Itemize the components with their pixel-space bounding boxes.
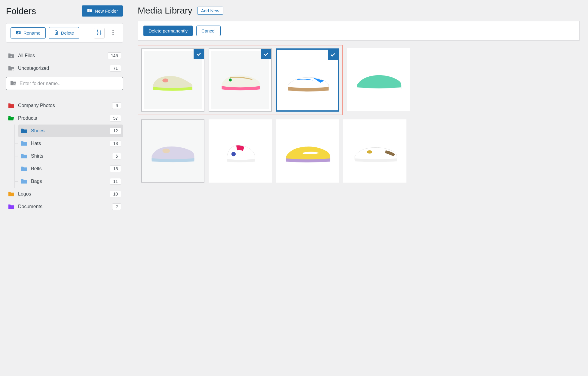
folder-label: Shirts — [31, 153, 43, 159]
rename-button[interactable]: Rename — [11, 27, 46, 39]
all-files-label: All Files — [18, 53, 35, 58]
home-folder-icon — [8, 53, 14, 58]
folder-icon — [8, 103, 14, 108]
sort-az-icon — [96, 29, 102, 36]
folder-count: 6 — [112, 153, 121, 159]
uncategorized-count: 71 — [110, 65, 121, 72]
products-children: Shoes 12 Hats 13 Shirts 6 — [14, 125, 123, 188]
shoe-thumbnail-icon — [282, 65, 333, 96]
folder-logos[interactable]: Logos 10 — [6, 188, 123, 200]
folder-label: Documents — [18, 204, 42, 209]
svg-point-9 — [229, 79, 232, 82]
media-item[interactable] — [141, 119, 204, 183]
folder-label: Products — [18, 116, 37, 121]
delete-permanently-label: Delete permanently — [149, 28, 188, 33]
svg-point-3 — [112, 32, 114, 33]
uncategorized-row[interactable]: ! Uncategorized 71 — [6, 62, 123, 75]
folder-count: 15 — [110, 165, 121, 172]
folder-icon — [21, 153, 27, 159]
folder-label: Company Photos — [18, 103, 55, 108]
new-folder-button[interactable]: New Folder — [82, 5, 123, 17]
delete-folder-button[interactable]: Delete — [49, 27, 79, 39]
shoe-thumbnail-icon — [281, 135, 335, 167]
media-item[interactable] — [276, 48, 339, 112]
folder-count: 10 — [110, 191, 121, 197]
folders-sidebar: Folders New Folder Rename Delete — [0, 0, 129, 376]
folder-icon — [21, 166, 27, 171]
folder-label: Shoes — [31, 128, 44, 134]
sort-button[interactable] — [94, 28, 105, 39]
folder-documents[interactable]: Documents 2 — [6, 200, 123, 213]
new-folder-label: New Folder — [95, 8, 118, 14]
check-icon — [261, 49, 271, 59]
media-item[interactable] — [276, 119, 339, 183]
delete-permanently-button[interactable]: Delete permanently — [143, 26, 193, 36]
folder-search[interactable] — [6, 77, 123, 90]
uncategorized-label: Uncategorized — [18, 66, 49, 71]
pencil-folder-icon — [16, 30, 21, 36]
folders-title: Folders — [6, 6, 36, 16]
cancel-button[interactable]: Cancel — [196, 26, 221, 36]
folder-shoes[interactable]: Shoes 12 — [18, 125, 123, 137]
folder-products[interactable]: Products 57 — [6, 112, 123, 125]
search-folder-icon — [10, 80, 17, 87]
add-new-label: Add New — [201, 8, 219, 13]
folder-bags[interactable]: Bags 11 — [18, 175, 123, 188]
selection-highlight — [138, 45, 343, 115]
check-icon — [194, 49, 204, 59]
folder-plus-icon — [87, 8, 92, 14]
folder-open-icon — [8, 116, 14, 121]
folder-label: Logos — [18, 191, 31, 197]
folder-count: 12 — [110, 128, 121, 134]
folder-count: 11 — [110, 178, 121, 185]
media-item[interactable] — [343, 119, 406, 183]
folder-label: Belts — [31, 166, 42, 171]
media-item[interactable] — [141, 48, 204, 112]
svg-point-8 — [163, 79, 169, 82]
shoe-thumbnail-icon — [216, 65, 265, 95]
dots-vertical-icon — [112, 29, 114, 36]
svg-point-10 — [163, 149, 170, 153]
svg-point-2 — [112, 30, 114, 31]
media-grid-row-2 — [141, 119, 580, 183]
more-menu-button[interactable] — [108, 28, 118, 39]
media-item[interactable] — [209, 119, 272, 183]
shoe-thumbnail-icon — [352, 63, 406, 95]
folder-icon — [8, 191, 14, 197]
folder-count: 6 — [112, 102, 121, 109]
svg-text:!: ! — [13, 69, 13, 71]
page-title: Media Library — [138, 5, 192, 16]
folder-icon — [8, 204, 14, 209]
folder-belts[interactable]: Belts 15 — [18, 162, 123, 175]
svg-rect-1 — [88, 11, 90, 11]
svg-point-12 — [367, 150, 372, 154]
folder-label: Bags — [31, 179, 42, 184]
folder-icon — [21, 128, 27, 134]
cancel-label: Cancel — [201, 28, 216, 33]
folder-toolbar: Rename Delete — [6, 23, 123, 43]
folder-icon — [21, 179, 27, 184]
shoe-thumbnail-icon — [348, 135, 402, 167]
media-library-main: Media Library Add New Delete permanently… — [129, 0, 588, 376]
shoe-thumbnail-icon — [213, 135, 267, 167]
trash-icon — [54, 30, 59, 36]
media-item[interactable] — [209, 48, 272, 112]
folder-label: Hats — [31, 141, 41, 146]
folder-search-input[interactable] — [20, 81, 119, 86]
media-item[interactable] — [347, 48, 410, 111]
folder-count: 13 — [110, 140, 121, 147]
check-icon — [328, 50, 338, 60]
all-files-row[interactable]: All Files 146 — [6, 49, 123, 62]
svg-point-11 — [231, 152, 236, 156]
folder-count: 2 — [112, 203, 121, 210]
folder-shirts[interactable]: Shirts 6 — [18, 150, 123, 162]
add-new-button[interactable]: Add New — [197, 7, 223, 15]
folder-hats[interactable]: Hats 13 — [18, 137, 123, 150]
shoe-thumbnail-icon — [146, 135, 199, 167]
folder-company-photos[interactable]: Company Photos 6 — [6, 99, 123, 112]
folder-icon — [21, 141, 27, 146]
rename-label: Rename — [23, 30, 41, 35]
folder-count: 57 — [110, 115, 121, 122]
shoe-thumbnail-icon — [148, 65, 197, 95]
uncategorized-folder-icon: ! — [8, 66, 14, 71]
